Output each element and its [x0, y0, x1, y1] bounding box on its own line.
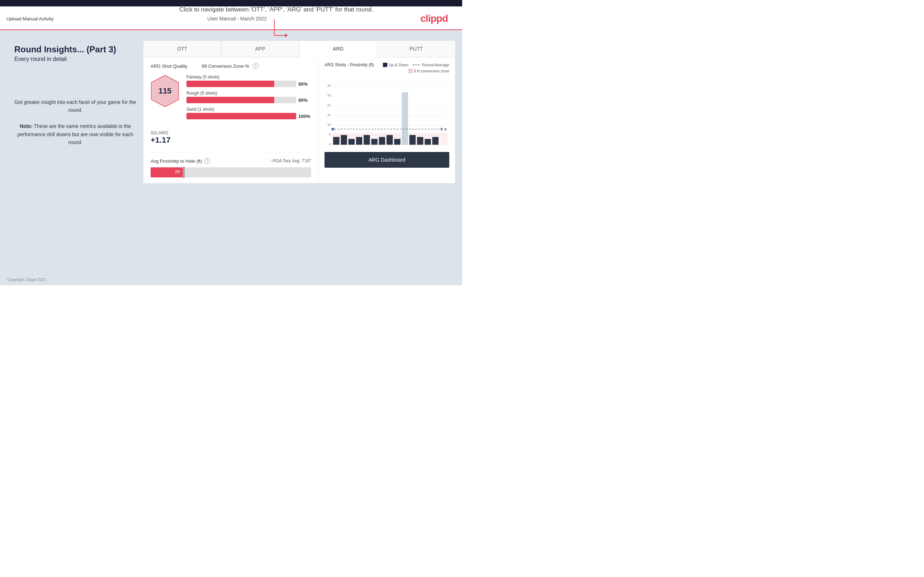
chart-bar-5 [363, 135, 370, 145]
round-subtitle: Every round in detail [15, 56, 136, 62]
proximity-value: 77' [174, 170, 180, 175]
svg-text:30: 30 [327, 84, 331, 87]
bar-track-inner-fairway [186, 81, 296, 87]
shot-quality-header: ARG Shot Quality 6ft Conversion Zone % ? [150, 63, 311, 69]
help-icon[interactable]: ? [253, 63, 258, 69]
bar-label-fairway: Fairway (5 shots) [186, 74, 311, 79]
hexagon: 115 [150, 74, 179, 108]
proximity-bar-fill: 77' [150, 168, 183, 177]
legend: Up & Down Round Average [383, 63, 449, 67]
tabs: OTT APP ARG PUTT [144, 41, 455, 57]
bars-section: Fairway (5 shots) 80% [186, 74, 311, 123]
bar-track-fairway [186, 81, 296, 87]
header-left: Upload Manual Activity [6, 16, 54, 21]
chart-bar-11 [409, 135, 415, 145]
hex-number: 115 [158, 86, 172, 96]
chart-bar-7 [379, 137, 385, 145]
arg-dashboard-button[interactable]: ARG Dashboard [325, 152, 449, 168]
bar-row-rough: Rough (5 shots) 80% [186, 91, 311, 103]
bar-track-inner-rough [186, 97, 296, 103]
insight-text: Get greater insight into each facet of y… [15, 98, 136, 146]
chart-title: ARG Shots - Proximity (ft) [325, 62, 374, 68]
proximity-header: Avg Proximity to Hole (ft) ? ↑ PGA Tour … [150, 158, 311, 164]
tab-app[interactable]: APP [221, 41, 300, 57]
card: OTT APP ARG PUTT ARG Shot Quality 6ft Co… [144, 41, 455, 183]
copyright: Copyright Clippd 2021 [0, 274, 462, 285]
legend-conversion-label: 6 ft conversion zone [414, 69, 449, 73]
chart-bar-2 [341, 135, 347, 145]
insight-text-2: These are the same metrics available in … [18, 123, 133, 145]
legend-dash-icon [413, 63, 421, 66]
chart-bar-6 [372, 139, 378, 145]
bar-pct-rough: 80% [298, 97, 311, 103]
bar-label-rough: Rough (5 shots) [186, 91, 311, 96]
chart-avg-dot [331, 127, 334, 131]
conversion-title: 6ft Conversion Zone % [202, 63, 249, 69]
pga-avg: ↑ PGA Tour Avg: 7'10" [269, 158, 311, 163]
bar-label-sand: Sand (1 shots) [186, 107, 311, 112]
bar-with-label-rough: 80% [186, 97, 311, 103]
legend-conversion-item: 6 ft conversion zone [409, 69, 449, 73]
round-title: Round Insights... (Part 3) [15, 44, 136, 55]
card-left: ARG Shot Quality 6ft Conversion Zone % ? [144, 57, 319, 183]
legend-hatch-icon [409, 69, 413, 73]
legend-updown: Up & Down [383, 63, 409, 67]
bar-pct-fairway: 80% [298, 81, 311, 87]
insight-note: Note: [20, 123, 32, 129]
tab-putt[interactable]: PUTT [378, 41, 456, 57]
svg-text:10: 10 [327, 123, 331, 127]
content-inner: Round Insights... (Part 3) Every round i… [7, 41, 455, 183]
shot-quality-title: ARG Shot Quality [150, 63, 187, 69]
upload-label[interactable]: Upload Manual Activity [6, 16, 54, 21]
top-bar [0, 0, 462, 6]
svg-text:0: 0 [329, 142, 331, 146]
chart-bar-8 [386, 135, 393, 145]
bar-track-sand [186, 113, 296, 119]
bar-fill-fairway [186, 81, 274, 87]
proximity-label: Avg Proximity to Hole (ft) [150, 158, 202, 164]
tab-arg[interactable]: ARG [299, 41, 378, 57]
hex-container: 115 Fairway (5 shots) [150, 74, 311, 123]
chart-bar-10 [402, 92, 408, 145]
legend-round-avg: Round Average [413, 63, 449, 67]
chart-bar-14 [433, 137, 438, 145]
chart-avg-value: 8 [444, 127, 446, 131]
proximity-cursor [184, 167, 184, 178]
chart-bar-4 [356, 137, 362, 145]
bar-with-label-fairway: 80% [186, 81, 311, 87]
legend-sub: 6 ft conversion zone [325, 69, 449, 73]
legend-sq-icon [383, 63, 387, 67]
svg-marker-2 [285, 34, 288, 37]
header: Upload Manual Activity User Manual - Mar… [0, 6, 462, 30]
legend-updown-label: Up & Down [389, 63, 409, 67]
legend-round-avg-label: Round Average [422, 63, 449, 67]
sg-value: +1.17 [150, 135, 311, 145]
proximity-bar-container: 77' [150, 168, 311, 177]
proximity-title: Avg Proximity to Hole (ft) ? [150, 158, 210, 164]
clippd-logo: clippd [421, 13, 448, 24]
bar-fill-rough [186, 97, 274, 103]
insight-text-1: Get greater insight into each facet of y… [15, 99, 136, 113]
bar-row-sand: Sand (1 shots) 100% [186, 107, 311, 119]
svg-text:15: 15 [327, 113, 331, 117]
main-content: Round Insights... (Part 3) Every round i… [0, 30, 462, 285]
chart-bar-9 [394, 139, 400, 145]
bar-row-fairway: Fairway (5 shots) 80% [186, 74, 311, 87]
chart-bar-3 [349, 139, 355, 145]
chart-bar-1 [333, 137, 339, 145]
card-body: ARG Shot Quality 6ft Conversion Zone % ? [144, 57, 455, 183]
chart-header: ARG Shots - Proximity (ft) Up & Down [325, 62, 449, 68]
chart-svg: 0 5 10 15 20 25 30 [325, 76, 449, 148]
sg-section: SG ARG +1.17 [150, 130, 311, 145]
proximity-bar-track: 77' [150, 168, 311, 177]
chart-area: 0 5 10 15 20 25 30 [325, 76, 449, 148]
left-panel: Round Insights... (Part 3) Every round i… [7, 41, 144, 183]
proximity-help-icon[interactable]: ? [204, 158, 210, 164]
chart-avg-triangle [441, 127, 443, 131]
bar-pct-sand: 100% [298, 114, 311, 119]
bar-track-rough [186, 97, 296, 103]
chart-bar-12 [417, 137, 423, 145]
bar-with-label-sand: 100% [186, 113, 311, 119]
manual-label: User Manual - March 2022 [207, 16, 267, 21]
tab-ott[interactable]: OTT [144, 41, 221, 57]
